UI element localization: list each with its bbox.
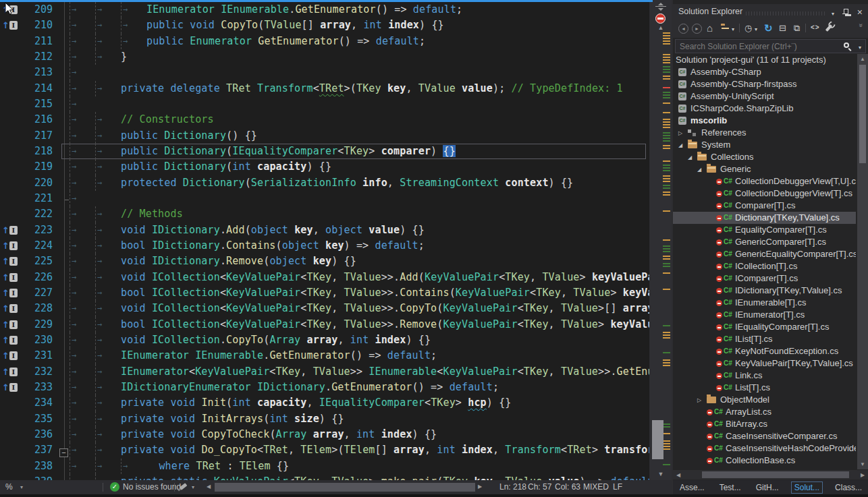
override-indicator-icon[interactable]: ↑I [2, 320, 20, 330]
tool-window-tab[interactable]: GitH... [753, 482, 782, 493]
tree-item[interactable]: ◢System [673, 139, 856, 151]
override-indicator-icon[interactable]: ↑I [2, 272, 20, 283]
code-line[interactable]: 237→→private void Do_CopyTo<TRet, TElem>… [0, 442, 649, 458]
tree-item[interactable]: C#GenericEqualityComparer[T].cs [673, 248, 856, 260]
scroll-up-button[interactable]: ▲ [857, 56, 868, 62]
zoom-selector[interactable]: % [5, 482, 13, 492]
code-line[interactable]: ↑I210→→→public void CopyTo(TValue[] arra… [0, 18, 649, 33]
override-indicator-icon[interactable]: ↑I [2, 382, 20, 392]
code-line[interactable]: 215→ [0, 96, 649, 112]
code-line[interactable]: 234→→private void Init(int capacity, IEq… [0, 395, 649, 411]
code-line[interactable]: 218→→public Dictionary(IEqualityComparer… [0, 144, 649, 159]
tool-window-tab[interactable]: Class... [832, 482, 865, 493]
override-indicator-icon[interactable]: ↑I [2, 20, 20, 30]
tree-item[interactable]: C#CollectionDebuggerView[T].cs [673, 187, 856, 200]
chevron-expanded-icon[interactable]: ◢ [688, 152, 692, 163]
tree-item[interactable]: ▷ObjectModel [673, 394, 856, 406]
tree-item[interactable]: C#Dictionary[TKey,TValue].cs [673, 212, 856, 224]
tree-item[interactable]: C#CollectionBase.cs [673, 455, 856, 467]
tree-item[interactable]: C#IDictionary[TKey,TValue].cs [673, 285, 856, 297]
tree-item[interactable]: C#Assembly-UnityScript [673, 90, 856, 103]
tree-item[interactable]: C#Assembly-CSharp [673, 66, 856, 78]
tree-item[interactable]: C#IEnumerable[T].cs [673, 297, 856, 309]
tree-item[interactable]: C#IEnumerator[T].cs [673, 309, 856, 321]
filter-caret-icon[interactable]: ▾ [192, 484, 194, 490]
tree-item[interactable]: C#ICSharpCode.SharpZipLib [673, 103, 856, 115]
code-line[interactable]: 220→→protected Dictionary(SerializationI… [0, 175, 649, 191]
editor-scrollbar-thumb[interactable] [652, 420, 663, 459]
code-line[interactable]: ↑I230→→void ICollection.CopyTo(Array arr… [0, 332, 649, 348]
hscroll-left-button[interactable]: ◀ [207, 484, 211, 490]
tree-item[interactable]: ▷References [673, 127, 856, 139]
tree-item[interactable]: ◢Collections [673, 151, 856, 163]
tree-item[interactable]: C#IComparer[T].cs [673, 272, 856, 285]
issues-status-text[interactable]: No issues found [123, 482, 181, 492]
override-indicator-icon[interactable]: ↑I [2, 335, 20, 345]
code-line[interactable]: 217→→public Dictionary() {} [0, 128, 649, 144]
code-line[interactable]: 214→→private delegate TRet Transform<TRe… [0, 81, 649, 96]
code-line[interactable]: ↑I227→→bool ICollection<KeyValuePair<TKe… [0, 285, 649, 301]
code-editor[interactable]: ↑I209→→→IEnumerator IEnumerable.GetEnume… [0, 0, 649, 480]
chevron-collapsed-icon[interactable]: ▷ [697, 394, 701, 406]
tree-item[interactable]: C#KeyNotFoundException.cs [673, 345, 856, 357]
override-indicator-icon[interactable]: ↑I [2, 351, 20, 361]
code-line[interactable]: ↑I226→→void ICollection<KeyValuePair<TKe… [0, 270, 649, 285]
code-line[interactable]: ↑I233→→IDictionaryEnumerator IDictionary… [0, 380, 649, 395]
splitter-grip-icon[interactable] [655, 3, 666, 11]
code-line[interactable]: 238→→→ where TRet : TElem {} [0, 459, 649, 474]
code-line[interactable]: ↑I224→→bool IDictionary.Contains(object … [0, 238, 649, 254]
code-line[interactable]: ↑I229→→bool ICollection<KeyValuePair<TKe… [0, 317, 649, 332]
tree-item[interactable]: C#BitArray.cs [673, 418, 856, 430]
code-line[interactable]: 219→→public Dictionary(int capacity) {} [0, 159, 649, 175]
code-line[interactable]: 211→→→public Enumerator GetEnumerator() … [0, 34, 649, 49]
collapse-region-button[interactable]: − [59, 448, 68, 457]
tree-item[interactable]: C#GenericComparer[T].cs [673, 236, 856, 248]
chevron-expanded-icon[interactable]: ◢ [697, 164, 701, 175]
tree-item[interactable]: C#Link.cs [673, 370, 856, 382]
tree-item[interactable]: C#IEqualityComparer[T].cs [673, 321, 856, 333]
tree-item[interactable]: C#CaseInsensitiveComparer.cs [673, 430, 856, 442]
override-indicator-icon[interactable]: ↑I [2, 256, 20, 266]
scroll-down-button[interactable]: ▼ [650, 471, 672, 477]
override-indicator-icon[interactable]: ↑I [2, 288, 20, 298]
tree-scrollbar-thumb[interactable] [859, 65, 866, 163]
code-line[interactable]: ↑I209→→→IEnumerator IEnumerable.GetEnume… [0, 2, 649, 18]
editor-vertical-scrollbar[interactable]: ▲ ▼ [650, 0, 672, 480]
override-indicator-icon[interactable]: ↑I [2, 367, 20, 377]
override-indicator-icon[interactable]: ↑I [2, 303, 20, 314]
tree-vertical-scrollbar[interactable]: ▲ ▼ [857, 54, 868, 469]
code-line[interactable]: 235→→private void InitArrays(int size) {… [0, 411, 649, 427]
tree-item[interactable]: C#KeyValuePair[TKey,TValue].cs [673, 357, 856, 370]
tree-item-solution[interactable]: Solution 'project-gui' (11 of 11 project… [673, 54, 856, 66]
scroll-down-button[interactable]: ▼ [857, 461, 868, 467]
tree-hscrollbar-thumb[interactable] [702, 471, 849, 478]
zoom-caret-icon[interactable]: ▾ [20, 484, 23, 490]
tree-item[interactable]: C#Assembly-CSharp-firstpass [673, 78, 856, 90]
tree-item[interactable]: C#Comparer[T].cs [673, 200, 856, 212]
tree-item[interactable]: C#List[T].cs [673, 382, 856, 394]
code-line[interactable]: 222→→// Methods [0, 206, 649, 222]
code-line[interactable]: ↑I231→→IEnumerator IEnumerable.GetEnumer… [0, 348, 649, 363]
code-line[interactable]: 239→→private static KeyValuePair<TKey, T… [0, 474, 649, 480]
code-line[interactable]: 221→ [0, 191, 649, 206]
scroll-left-button[interactable]: ◀ [673, 472, 684, 478]
tree-item[interactable]: C#IList[T].cs [673, 333, 856, 345]
scroll-up-button[interactable]: ▲ [650, 24, 672, 31]
editor-hscrollbar-thumb[interactable] [215, 483, 475, 492]
tool-window-tab[interactable]: Test... [717, 482, 744, 493]
chevron-expanded-icon[interactable]: ◢ [678, 140, 682, 151]
code-line[interactable]: ↑I228→→void ICollection<KeyValuePair<TKe… [0, 301, 649, 316]
tree-item[interactable]: C#ICollection[T].cs [673, 260, 856, 272]
code-line[interactable]: ↑I225→→void IDictionary.Remove(object ke… [0, 254, 649, 269]
code-line[interactable]: 236→→private void CopyToCheck(Array arra… [0, 427, 649, 442]
chevron-collapsed-icon[interactable]: ▷ [678, 127, 682, 139]
override-indicator-icon[interactable]: ↑I [2, 241, 20, 251]
code-line[interactable]: 216→→// Constructors [0, 112, 649, 127]
tree-item[interactable]: C#CaseInsensitiveHashCodeProvider.cs [673, 442, 856, 455]
tree-item[interactable]: C#ArrayList.cs [673, 406, 856, 418]
tree-horizontal-scrollbar[interactable]: ◀ ▶ [673, 470, 868, 479]
tree-item[interactable]: ◢Generic [673, 163, 856, 175]
tree-item[interactable]: C#CollectionDebuggerView[T,U].cs [673, 175, 856, 187]
code-line[interactable]: 212→→} [0, 49, 649, 65]
tool-window-tab[interactable]: Asse... [677, 482, 707, 493]
